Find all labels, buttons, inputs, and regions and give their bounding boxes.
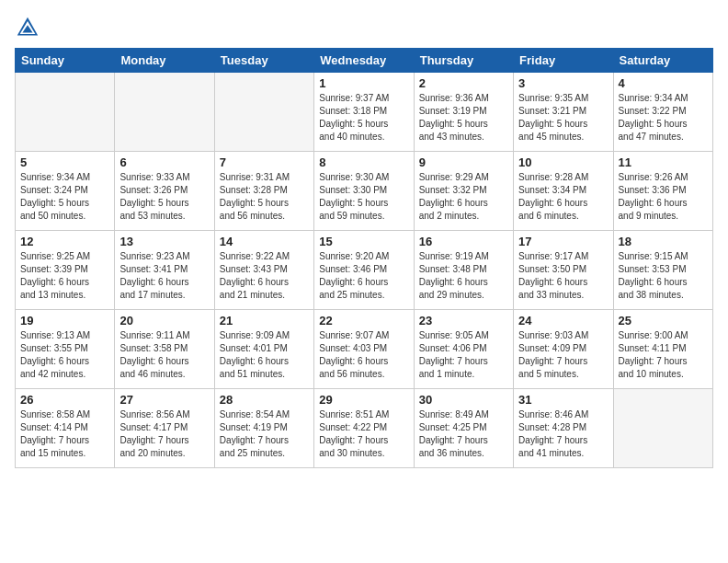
day-info: Sunrise: 9:15 AM Sunset: 3:53 PM Dayligh… xyxy=(619,250,708,302)
logo-icon xyxy=(15,15,40,40)
day-cell: 8Sunrise: 9:30 AM Sunset: 3:30 PM Daylig… xyxy=(314,152,414,231)
day-cell: 26Sunrise: 8:58 AM Sunset: 4:14 PM Dayli… xyxy=(16,389,115,468)
week-row-2: 5Sunrise: 9:34 AM Sunset: 3:24 PM Daylig… xyxy=(16,152,713,231)
day-cell: 9Sunrise: 9:29 AM Sunset: 3:32 PM Daylig… xyxy=(414,152,513,231)
weekday-header-sunday: Sunday xyxy=(16,49,115,73)
day-cell: 30Sunrise: 8:49 AM Sunset: 4:25 PM Dayli… xyxy=(414,389,513,468)
day-cell: 10Sunrise: 9:28 AM Sunset: 3:34 PM Dayli… xyxy=(514,152,613,231)
week-row-1: 1Sunrise: 9:37 AM Sunset: 3:18 PM Daylig… xyxy=(16,73,713,152)
day-info: Sunrise: 9:05 AM Sunset: 4:06 PM Dayligh… xyxy=(419,329,508,381)
day-cell: 5Sunrise: 9:34 AM Sunset: 3:24 PM Daylig… xyxy=(16,152,115,231)
day-info: Sunrise: 9:28 AM Sunset: 3:34 PM Dayligh… xyxy=(518,171,608,223)
day-cell: 13Sunrise: 9:23 AM Sunset: 3:41 PM Dayli… xyxy=(115,231,214,310)
day-cell: 27Sunrise: 8:56 AM Sunset: 4:17 PM Dayli… xyxy=(115,389,214,468)
day-cell xyxy=(214,73,313,152)
day-info: Sunrise: 8:46 AM Sunset: 4:28 PM Dayligh… xyxy=(518,408,608,460)
day-info: Sunrise: 9:00 AM Sunset: 4:11 PM Dayligh… xyxy=(619,329,708,381)
day-number: 29 xyxy=(319,393,408,407)
day-number: 21 xyxy=(220,314,309,327)
day-info: Sunrise: 9:34 AM Sunset: 3:24 PM Dayligh… xyxy=(20,171,109,223)
weekday-header-thursday: Thursday xyxy=(414,49,513,73)
day-info: Sunrise: 9:17 AM Sunset: 3:50 PM Dayligh… xyxy=(518,250,608,302)
day-cell: 4Sunrise: 9:34 AM Sunset: 3:22 PM Daylig… xyxy=(613,73,712,152)
day-info: Sunrise: 9:03 AM Sunset: 4:09 PM Dayligh… xyxy=(518,329,608,381)
day-cell: 15Sunrise: 9:20 AM Sunset: 3:46 PM Dayli… xyxy=(314,231,414,310)
week-row-4: 19Sunrise: 9:13 AM Sunset: 3:55 PM Dayli… xyxy=(16,310,713,389)
day-info: Sunrise: 9:29 AM Sunset: 3:32 PM Dayligh… xyxy=(419,171,508,223)
calendar-table: SundayMondayTuesdayWednesdayThursdayFrid… xyxy=(15,48,713,468)
day-number: 5 xyxy=(20,155,109,169)
day-info: Sunrise: 9:33 AM Sunset: 3:26 PM Dayligh… xyxy=(119,171,209,223)
day-cell: 20Sunrise: 9:11 AM Sunset: 3:58 PM Dayli… xyxy=(115,310,214,389)
calendar-container: SundayMondayTuesdayWednesdayThursdayFrid… xyxy=(0,0,728,563)
day-info: Sunrise: 9:35 AM Sunset: 3:21 PM Dayligh… xyxy=(518,92,608,144)
weekday-header-wednesday: Wednesday xyxy=(314,49,414,73)
day-cell: 3Sunrise: 9:35 AM Sunset: 3:21 PM Daylig… xyxy=(514,73,613,152)
day-info: Sunrise: 9:20 AM Sunset: 3:46 PM Dayligh… xyxy=(319,250,408,302)
day-number: 12 xyxy=(20,235,109,248)
day-cell: 21Sunrise: 9:09 AM Sunset: 4:01 PM Dayli… xyxy=(214,310,313,389)
day-number: 25 xyxy=(619,314,708,327)
day-cell: 19Sunrise: 9:13 AM Sunset: 3:55 PM Dayli… xyxy=(16,310,115,389)
day-number: 24 xyxy=(518,314,608,327)
day-number: 20 xyxy=(119,314,209,327)
weekday-header-monday: Monday xyxy=(115,49,214,73)
weekday-header-friday: Friday xyxy=(514,49,613,73)
day-number: 4 xyxy=(619,76,708,90)
day-number: 7 xyxy=(220,155,309,169)
day-number: 14 xyxy=(220,235,309,248)
day-info: Sunrise: 8:58 AM Sunset: 4:14 PM Dayligh… xyxy=(20,408,109,460)
day-info: Sunrise: 9:26 AM Sunset: 3:36 PM Dayligh… xyxy=(619,171,708,223)
day-cell: 16Sunrise: 9:19 AM Sunset: 3:48 PM Dayli… xyxy=(414,231,513,310)
day-number: 6 xyxy=(119,155,209,169)
day-number: 30 xyxy=(419,393,508,407)
day-cell: 31Sunrise: 8:46 AM Sunset: 4:28 PM Dayli… xyxy=(514,389,613,468)
day-info: Sunrise: 9:34 AM Sunset: 3:22 PM Dayligh… xyxy=(619,92,708,144)
week-row-5: 26Sunrise: 8:58 AM Sunset: 4:14 PM Dayli… xyxy=(16,389,713,468)
day-cell: 29Sunrise: 8:51 AM Sunset: 4:22 PM Dayli… xyxy=(314,389,414,468)
day-number: 1 xyxy=(319,76,408,90)
day-cell: 7Sunrise: 9:31 AM Sunset: 3:28 PM Daylig… xyxy=(214,152,313,231)
day-cell: 14Sunrise: 9:22 AM Sunset: 3:43 PM Dayli… xyxy=(214,231,313,310)
day-cell: 23Sunrise: 9:05 AM Sunset: 4:06 PM Dayli… xyxy=(414,310,513,389)
day-cell xyxy=(115,73,214,152)
weekday-header-row: SundayMondayTuesdayWednesdayThursdayFrid… xyxy=(16,49,713,73)
day-info: Sunrise: 9:25 AM Sunset: 3:39 PM Dayligh… xyxy=(20,250,109,302)
day-number: 15 xyxy=(319,235,408,248)
day-cell: 1Sunrise: 9:37 AM Sunset: 3:18 PM Daylig… xyxy=(314,73,414,152)
day-number: 27 xyxy=(119,393,209,407)
day-info: Sunrise: 8:51 AM Sunset: 4:22 PM Dayligh… xyxy=(319,408,408,460)
day-cell: 11Sunrise: 9:26 AM Sunset: 3:36 PM Dayli… xyxy=(613,152,712,231)
logo xyxy=(15,15,44,40)
day-info: Sunrise: 8:56 AM Sunset: 4:17 PM Dayligh… xyxy=(119,408,209,460)
day-info: Sunrise: 9:13 AM Sunset: 3:55 PM Dayligh… xyxy=(20,329,109,381)
day-info: Sunrise: 9:31 AM Sunset: 3:28 PM Dayligh… xyxy=(220,171,309,223)
day-cell: 28Sunrise: 8:54 AM Sunset: 4:19 PM Dayli… xyxy=(214,389,313,468)
day-number: 31 xyxy=(518,393,608,407)
day-cell: 12Sunrise: 9:25 AM Sunset: 3:39 PM Dayli… xyxy=(16,231,115,310)
day-info: Sunrise: 9:11 AM Sunset: 3:58 PM Dayligh… xyxy=(119,329,209,381)
day-info: Sunrise: 9:19 AM Sunset: 3:48 PM Dayligh… xyxy=(419,250,508,302)
day-cell: 17Sunrise: 9:17 AM Sunset: 3:50 PM Dayli… xyxy=(514,231,613,310)
day-cell: 18Sunrise: 9:15 AM Sunset: 3:53 PM Dayli… xyxy=(613,231,712,310)
day-info: Sunrise: 9:36 AM Sunset: 3:19 PM Dayligh… xyxy=(419,92,508,144)
day-info: Sunrise: 8:54 AM Sunset: 4:19 PM Dayligh… xyxy=(220,408,309,460)
week-row-3: 12Sunrise: 9:25 AM Sunset: 3:39 PM Dayli… xyxy=(16,231,713,310)
day-cell xyxy=(16,73,115,152)
day-number: 11 xyxy=(619,155,708,169)
day-number: 16 xyxy=(419,235,508,248)
day-number: 23 xyxy=(419,314,508,327)
day-cell: 24Sunrise: 9:03 AM Sunset: 4:09 PM Dayli… xyxy=(514,310,613,389)
day-cell: 25Sunrise: 9:00 AM Sunset: 4:11 PM Dayli… xyxy=(613,310,712,389)
day-number: 17 xyxy=(518,235,608,248)
header-area xyxy=(15,15,713,40)
day-info: Sunrise: 9:30 AM Sunset: 3:30 PM Dayligh… xyxy=(319,171,408,223)
day-number: 19 xyxy=(20,314,109,327)
day-number: 9 xyxy=(419,155,508,169)
day-info: Sunrise: 9:37 AM Sunset: 3:18 PM Dayligh… xyxy=(319,92,408,144)
weekday-header-saturday: Saturday xyxy=(613,49,712,73)
day-number: 18 xyxy=(619,235,708,248)
day-info: Sunrise: 9:09 AM Sunset: 4:01 PM Dayligh… xyxy=(220,329,309,381)
weekday-header-tuesday: Tuesday xyxy=(214,49,313,73)
day-cell: 22Sunrise: 9:07 AM Sunset: 4:03 PM Dayli… xyxy=(314,310,414,389)
